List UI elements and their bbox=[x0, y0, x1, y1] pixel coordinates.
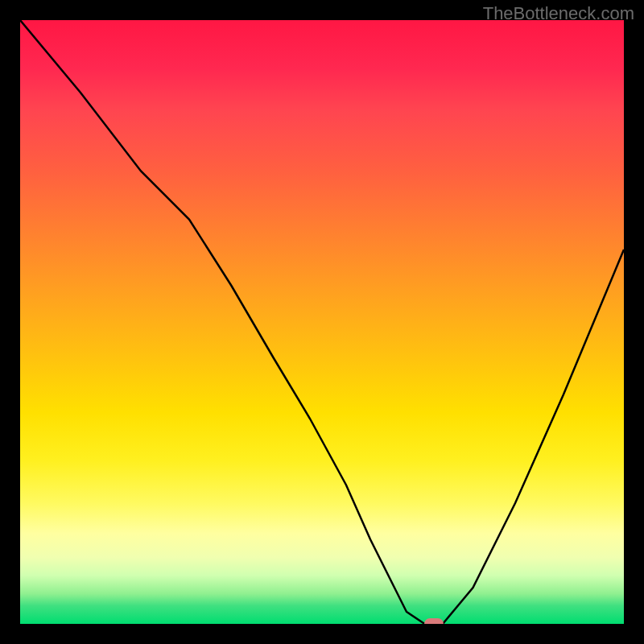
watermark-text: TheBottleneck.com bbox=[483, 3, 634, 24]
bottleneck-curve bbox=[20, 20, 624, 624]
chart-plot-area bbox=[20, 20, 624, 624]
optimal-marker bbox=[424, 618, 444, 624]
